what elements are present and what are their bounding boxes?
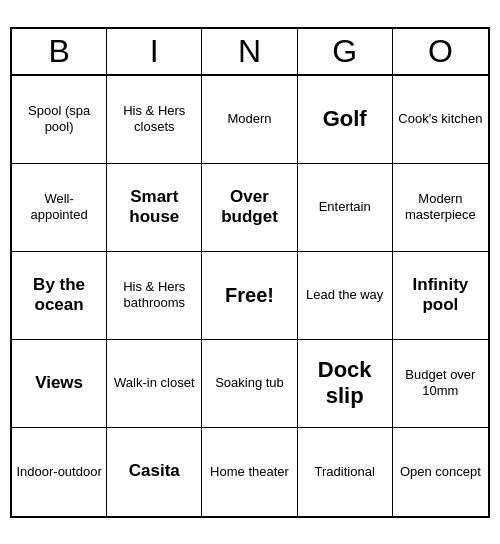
bingo-cell-text-8: Entertain bbox=[319, 199, 371, 215]
bingo-cell-text-22: Home theater bbox=[210, 464, 289, 480]
bingo-cell-text-15: Views bbox=[35, 373, 83, 393]
bingo-cell-17: Soaking tub bbox=[202, 340, 297, 428]
bingo-cell-13: Lead the way bbox=[298, 252, 393, 340]
bingo-cell-20: Indoor-outdoor bbox=[12, 428, 107, 516]
bingo-cell-8: Entertain bbox=[298, 164, 393, 252]
bingo-cell-3: Golf bbox=[298, 76, 393, 164]
bingo-cell-text-19: Budget over 10mm bbox=[397, 367, 484, 398]
bingo-cell-1: His & Hers closets bbox=[107, 76, 202, 164]
bingo-cell-21: Casita bbox=[107, 428, 202, 516]
bingo-cell-text-11: His & Hers bathrooms bbox=[111, 279, 197, 310]
bingo-cell-text-6: Smart house bbox=[111, 187, 197, 228]
bingo-cell-text-21: Casita bbox=[129, 461, 180, 481]
header-letter-g: G bbox=[298, 29, 393, 74]
bingo-cell-5: Well-appointed bbox=[12, 164, 107, 252]
bingo-cell-text-7: Over budget bbox=[206, 187, 292, 228]
bingo-cell-6: Smart house bbox=[107, 164, 202, 252]
bingo-cell-19: Budget over 10mm bbox=[393, 340, 488, 428]
bingo-cell-7: Over budget bbox=[202, 164, 297, 252]
bingo-cell-text-14: Infinity pool bbox=[397, 275, 484, 316]
bingo-cell-text-18: Dock slip bbox=[302, 357, 388, 410]
bingo-grid: Spool (spa pool)His & Hers closetsModern… bbox=[12, 76, 488, 516]
bingo-cell-text-16: Walk-in closet bbox=[114, 375, 194, 391]
bingo-cell-text-24: Open concept bbox=[400, 464, 481, 480]
bingo-cell-text-1: His & Hers closets bbox=[111, 103, 197, 134]
bingo-cell-10: By the ocean bbox=[12, 252, 107, 340]
bingo-cell-text-3: Golf bbox=[323, 106, 367, 132]
bingo-cell-4: Cook's kitchen bbox=[393, 76, 488, 164]
bingo-cell-2: Modern bbox=[202, 76, 297, 164]
bingo-cell-11: His & Hers bathrooms bbox=[107, 252, 202, 340]
header-letter-n: N bbox=[202, 29, 297, 74]
bingo-cell-text-5: Well-appointed bbox=[16, 191, 102, 222]
bingo-card: BINGO Spool (spa pool)His & Hers closets… bbox=[10, 27, 490, 518]
bingo-header: BINGO bbox=[12, 29, 488, 76]
bingo-cell-text-10: By the ocean bbox=[16, 275, 102, 316]
bingo-cell-text-20: Indoor-outdoor bbox=[16, 464, 101, 480]
bingo-cell-text-13: Lead the way bbox=[306, 287, 383, 303]
bingo-cell-text-12: Free! bbox=[225, 283, 274, 307]
bingo-cell-0: Spool (spa pool) bbox=[12, 76, 107, 164]
bingo-cell-text-9: Modern masterpiece bbox=[397, 191, 484, 222]
header-letter-o: O bbox=[393, 29, 488, 74]
bingo-cell-text-17: Soaking tub bbox=[215, 375, 284, 391]
header-letter-b: B bbox=[12, 29, 107, 74]
bingo-cell-24: Open concept bbox=[393, 428, 488, 516]
bingo-cell-text-0: Spool (spa pool) bbox=[16, 103, 102, 134]
bingo-cell-18: Dock slip bbox=[298, 340, 393, 428]
bingo-cell-text-4: Cook's kitchen bbox=[398, 111, 482, 127]
bingo-cell-9: Modern masterpiece bbox=[393, 164, 488, 252]
bingo-cell-23: Traditional bbox=[298, 428, 393, 516]
bingo-cell-12: Free! bbox=[202, 252, 297, 340]
bingo-cell-text-23: Traditional bbox=[315, 464, 375, 480]
bingo-cell-text-2: Modern bbox=[227, 111, 271, 127]
bingo-cell-14: Infinity pool bbox=[393, 252, 488, 340]
bingo-cell-15: Views bbox=[12, 340, 107, 428]
bingo-cell-16: Walk-in closet bbox=[107, 340, 202, 428]
header-letter-i: I bbox=[107, 29, 202, 74]
bingo-cell-22: Home theater bbox=[202, 428, 297, 516]
